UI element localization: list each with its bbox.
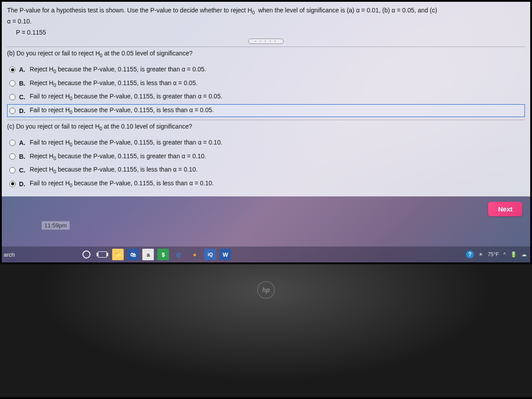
part-b-question: (b) Do you reject or fail to reject H0 a… (7, 50, 525, 58)
next-button[interactable]: Next (488, 202, 522, 216)
app-s-icon[interactable]: $ (157, 249, 169, 260)
option-letter: A. (19, 139, 27, 146)
part-b-option-c[interactable]: C. Fail to reject H0 because the P-value… (7, 90, 525, 103)
option-text: Reject H0 because the P-value, 0.1155, i… (30, 166, 198, 174)
option-text: Reject H0 because the P-value, 0.1155, i… (30, 153, 206, 161)
option-letter: C. (19, 167, 27, 174)
intro-text-1b: when the level of significance is (a) α … (256, 7, 437, 14)
search-input[interactable]: arch (4, 251, 15, 258)
option-text: Fail to reject H0 because the P-value, 0… (30, 93, 223, 101)
system-tray[interactable]: ? ☀ 75°F ^ 🔋 ☁ (466, 250, 527, 258)
option-letter: D. (19, 180, 27, 188)
cortana-icon[interactable] (80, 248, 93, 261)
radio-icon[interactable] (9, 108, 16, 114)
option-text: Reject H0 because the P-value, 0.1155, i… (30, 79, 198, 88)
task-view-icon[interactable] (96, 248, 109, 261)
radio-icon[interactable] (9, 167, 16, 173)
problem-intro: The P-value for a hypothesis test is sho… (7, 5, 525, 26)
option-text: Reject H0 because the P-value, 0.1155, i… (30, 66, 206, 74)
option-letter: B. (19, 80, 27, 87)
part-c-option-b[interactable]: B. Reject H0 because the P-value, 0.1155… (7, 150, 525, 163)
radio-icon[interactable] (9, 181, 16, 187)
temperature-label: 75°F (488, 251, 499, 258)
file-explorer-icon[interactable]: 📁 (112, 249, 124, 260)
amazon-icon[interactable]: a (142, 249, 154, 260)
radio-icon[interactable] (9, 80, 16, 86)
drag-handle-icon[interactable]: • • • • • (248, 39, 284, 44)
browser-icon[interactable]: ● (188, 248, 201, 261)
intro-text-1: The P-value for a hypothesis test is sho… (7, 7, 252, 14)
part-c-block: (c) Do you reject or fail to reject H0 a… (7, 120, 525, 190)
option-text: Fail to reject H0 because the P-value, 0… (30, 139, 223, 147)
radio-icon[interactable] (9, 153, 16, 160)
battery-icon[interactable]: 🔋 (510, 251, 517, 258)
hp-logo-icon: hp (257, 281, 275, 299)
help-icon[interactable]: ? (466, 250, 474, 258)
edge-icon[interactable]: e (172, 248, 185, 261)
word-icon[interactable]: W (219, 249, 231, 260)
question-panel: The P-value for a hypothesis test is sho… (2, 2, 530, 196)
part-c-option-d[interactable]: D. Fail to reject H0 because the P-value… (7, 177, 525, 190)
radio-icon[interactable] (9, 66, 16, 73)
cloud-icon[interactable]: ☁ (521, 251, 527, 258)
p-value-line: P = 0.1155 (7, 29, 525, 36)
weather-icon[interactable]: ☀ (478, 251, 483, 258)
windows-taskbar[interactable]: arch 📁 🛍 a $ e ● iQ W ? ☀ 75°F ^ 🔋 ☁ (2, 246, 530, 262)
screen-area: The P-value for a hypothesis test is sho… (2, 2, 530, 262)
deadline-time: 11:59pm (42, 221, 70, 230)
part-c-option-a[interactable]: A. Fail to reject H0 because the P-value… (7, 137, 525, 149)
option-letter: B. (19, 153, 27, 160)
iq-app-icon[interactable]: iQ (204, 249, 216, 260)
monitor-frame: The P-value for a hypothesis test is sho… (0, 0, 532, 399)
radio-icon[interactable] (9, 140, 16, 146)
h0-sub: 0 (252, 10, 255, 15)
part-c-question: (c) Do you reject or fail to reject H0 a… (7, 123, 525, 131)
option-letter: D. (19, 107, 27, 114)
part-b-block: (b) Do you reject or fail to reject H0 a… (7, 47, 525, 117)
option-text: Fail to reject H0 because the P-value, 0… (30, 106, 214, 115)
option-letter: A. (19, 66, 27, 73)
radio-icon[interactable] (9, 94, 16, 100)
part-c-option-c[interactable]: C. Reject H0 because the P-value, 0.1155… (7, 164, 525, 176)
option-letter: C. (19, 94, 27, 101)
part-b-option-a[interactable]: A. Reject H0 because the P-value, 0.1155… (7, 63, 525, 76)
part-b-option-b[interactable]: B. Reject H0 because the P-value, 0.1155… (7, 77, 525, 90)
intro-text-2: α = 0.10. (7, 18, 31, 25)
microsoft-store-icon[interactable]: 🛍 (127, 249, 139, 260)
part-b-option-d[interactable]: D. Fail to reject H0 because the P-value… (7, 104, 525, 117)
tray-chevron-up-icon[interactable]: ^ (503, 251, 506, 258)
option-text: Fail to reject H0 because the P-value, 0… (30, 180, 214, 188)
